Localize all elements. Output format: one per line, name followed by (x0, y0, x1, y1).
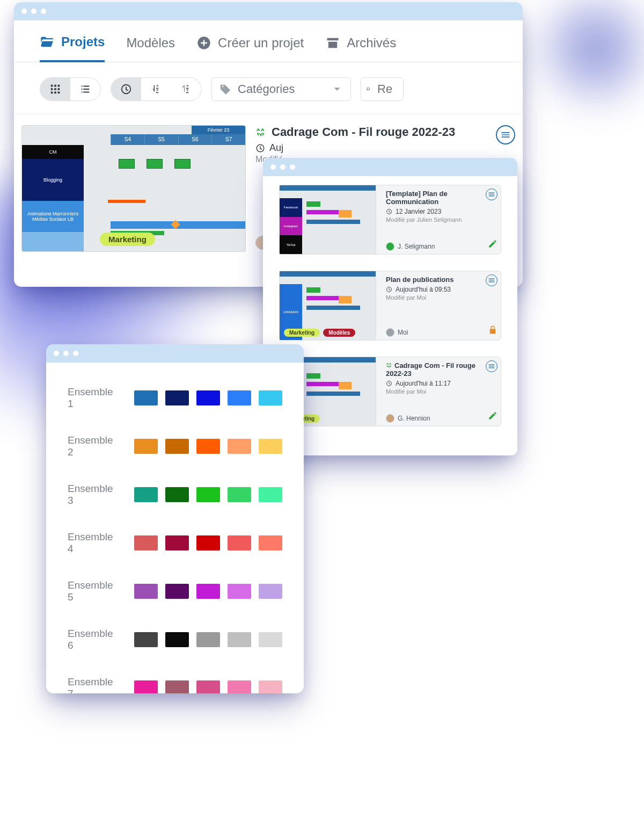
card-thumbnail: FacebookInstagramTikTok (280, 185, 376, 254)
sort-az-button[interactable] (141, 78, 171, 100)
grid-view-button[interactable] (40, 78, 70, 100)
list-icon (79, 83, 91, 95)
edit-icon[interactable] (488, 411, 497, 423)
palette-row: Ensemble 7 (68, 676, 282, 693)
folder-open-icon (40, 34, 55, 49)
color-swatch[interactable] (165, 680, 189, 693)
project-card[interactable]: LINKEDINMarketingModèlesPlan de publicat… (279, 271, 501, 340)
tab-label: Archivés (347, 35, 396, 50)
tab-models[interactable]: Modèles (126, 35, 175, 61)
color-swatch[interactable] (134, 439, 158, 454)
palette-row: Ensemble 6 (68, 628, 282, 651)
grid-icon (49, 83, 61, 95)
avatar (386, 328, 394, 337)
color-swatch[interactable] (196, 535, 220, 550)
project-card[interactable]: MarketingCadrage Com - Fil rouge 2022-23… (279, 357, 501, 426)
color-swatch[interactable] (228, 584, 251, 599)
color-swatch[interactable] (134, 487, 158, 502)
color-swatch[interactable] (259, 680, 282, 693)
palette-body: Ensemble 1Ensemble 2Ensemble 3Ensemble 4… (46, 363, 304, 693)
thumb-month: Février 23 (192, 126, 245, 134)
color-swatch[interactable] (228, 535, 251, 550)
archive-icon (325, 35, 340, 50)
card-time: 12 Janvier 2023 (386, 208, 495, 215)
color-swatch[interactable] (228, 487, 251, 502)
project-menu-button[interactable] (496, 125, 515, 144)
color-swatch[interactable] (196, 439, 220, 454)
color-swatch[interactable] (259, 584, 282, 599)
color-swatch[interactable] (228, 439, 251, 454)
card-menu-button[interactable] (486, 189, 497, 200)
color-swatch[interactable] (196, 632, 220, 647)
thumb-side: CMBloggingAnimations Marronniers Médias … (22, 145, 84, 252)
color-swatch[interactable] (196, 680, 220, 693)
sort-za-button[interactable] (171, 78, 201, 100)
card-menu-button[interactable] (486, 360, 497, 372)
window-dot (21, 9, 27, 14)
sort-recent-button[interactable] (111, 78, 141, 100)
tab-label: Projets (61, 34, 105, 49)
card-badge: Modèles (323, 329, 355, 337)
color-swatch[interactable] (259, 487, 282, 502)
card-menu-button[interactable] (486, 274, 497, 286)
color-swatch[interactable] (259, 535, 282, 550)
palette-label: Ensemble 1 (68, 386, 121, 410)
card-modified: Modifié par Moi (386, 294, 495, 301)
sort-toggle (111, 77, 202, 101)
view-toggle (40, 77, 101, 101)
color-swatch[interactable] (228, 632, 251, 647)
tab-projects[interactable]: Projets (40, 34, 105, 62)
card-title: Cadrage Com - Fil rouge 2022-23 (386, 361, 495, 378)
card-thumbnail: LINKEDINMarketingModèles (280, 271, 376, 340)
card-modified: Modifié par Moi (386, 388, 495, 395)
color-swatch[interactable] (134, 535, 158, 550)
card-title: [Template] Plan de Communication (386, 190, 495, 206)
card-time: Aujourd'hui à 09:53 (386, 286, 495, 293)
color-swatch[interactable] (259, 390, 282, 405)
color-swatch[interactable] (165, 584, 189, 599)
clock-icon (120, 83, 132, 95)
color-swatch[interactable] (134, 680, 158, 693)
color-swatch[interactable] (196, 390, 220, 405)
color-swatch[interactable] (196, 487, 220, 502)
color-swatch[interactable] (165, 390, 189, 405)
edit-icon[interactable] (488, 239, 497, 251)
avatar (386, 242, 394, 251)
search-input[interactable] (376, 82, 398, 97)
categories-select[interactable]: Catégories (211, 77, 351, 101)
color-swatch[interactable] (165, 439, 189, 454)
palette-row: Ensemble 2 (68, 434, 282, 458)
card-owner: J. Seligmann (386, 242, 435, 251)
search-icon (367, 83, 371, 95)
window-titlebar (46, 344, 304, 363)
color-swatch[interactable] (228, 390, 251, 405)
color-swatch[interactable] (134, 632, 158, 647)
project-card[interactable]: FacebookInstagramTikTok[Template] Plan d… (279, 185, 501, 255)
clock-icon (255, 143, 265, 153)
color-swatch[interactable] (228, 680, 251, 693)
recycle-icon (255, 127, 266, 137)
window-dot (31, 9, 36, 14)
palette-row: Ensemble 3 (68, 483, 282, 506)
color-swatch[interactable] (196, 584, 220, 599)
color-swatch[interactable] (134, 390, 158, 405)
tab-archived[interactable]: Archivés (325, 35, 396, 61)
palette-label: Ensemble 4 (68, 531, 121, 555)
color-swatch[interactable] (165, 487, 189, 502)
palette-row: Ensemble 1 (68, 386, 282, 410)
project-badge: Marketing (100, 233, 155, 246)
palette-row: Ensemble 5 (68, 579, 282, 603)
color-swatch[interactable] (165, 535, 189, 550)
palette-label: Ensemble 3 (68, 483, 121, 506)
card-time: Aujourd'hui à 11:17 (386, 380, 495, 387)
tab-create-project[interactable]: Créer un projet (196, 35, 304, 61)
palette-label: Ensemble 7 (68, 676, 121, 693)
color-swatch[interactable] (259, 439, 282, 454)
color-swatch[interactable] (134, 584, 158, 599)
toolbar: Catégories (14, 62, 523, 114)
color-swatch[interactable] (259, 632, 282, 647)
search-field[interactable] (361, 77, 404, 101)
menu-icon (500, 129, 511, 140)
color-swatch[interactable] (165, 632, 189, 647)
list-view-button[interactable] (70, 78, 100, 100)
